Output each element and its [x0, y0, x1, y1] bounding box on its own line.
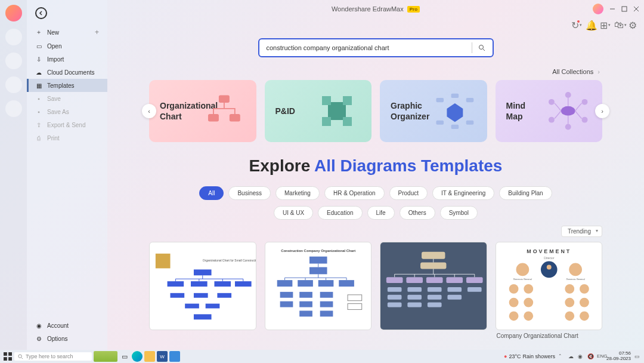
svg-rect-58 — [426, 277, 443, 283]
sidebar-item-label: Save As — [47, 109, 69, 115]
sort-dropdown[interactable]: Trending — [561, 226, 602, 237]
taskbar-word-icon[interactable]: W — [157, 351, 168, 362]
sidebar-item-cloud[interactable]: ☁ Cloud Documents — [27, 66, 107, 79]
template-card[interactable]: MOVEMENT Director Gerencia General Geren… — [496, 242, 603, 330]
svg-rect-30 — [235, 281, 252, 287]
sidebar-item-open[interactable]: ▭ Open — [27, 39, 107, 53]
pill-business[interactable]: Business — [228, 186, 271, 200]
svg-rect-59 — [446, 277, 463, 283]
strip-icon[interactable] — [5, 29, 22, 45]
taskbar-weather[interactable]: ● 23°C Rain showers — [504, 353, 555, 359]
svg-rect-94 — [8, 352, 12, 356]
svg-rect-51 — [320, 310, 333, 316]
settings-icon[interactable]: ⚙ — [628, 21, 636, 29]
search-icon[interactable] — [478, 44, 485, 51]
wifi-icon[interactable]: ◉ — [578, 353, 584, 359]
app-title: Wondershare EdrawMax — [332, 5, 404, 13]
chevron-up-icon[interactable]: ˄ — [559, 353, 565, 359]
explore-prefix: Explore — [249, 156, 311, 175]
print-icon: ⎙ — [35, 134, 42, 141]
pill-others[interactable]: Others — [400, 206, 435, 220]
strip-icon[interactable] — [5, 76, 22, 93]
svg-point-77 — [516, 263, 529, 276]
pill-hr-operation[interactable]: HR & Operation — [324, 186, 385, 200]
pill-ui-ux[interactable]: UI & UX — [274, 206, 313, 220]
svg-point-84 — [580, 284, 589, 294]
bell-icon[interactable]: 🔔 — [586, 21, 593, 29]
svg-rect-93 — [4, 352, 7, 356]
avatar[interactable] — [593, 4, 603, 14]
sidebar-item-import[interactable]: ⇩ Import — [27, 53, 107, 66]
svg-rect-55 — [420, 263, 446, 269]
carousel-card-label: Graphic Organizer — [391, 100, 434, 122]
minimize-icon[interactable] — [609, 6, 615, 12]
start-button[interactable] — [4, 352, 12, 361]
taskbar-taskview-icon[interactable]: ▭ — [119, 351, 130, 362]
sidebar-item-label: Print — [47, 135, 60, 141]
sidebar-item-templates[interactable]: ▦ Templates — [27, 79, 107, 92]
svg-rect-71 — [407, 303, 422, 307]
plus-icon: ＋ — [35, 29, 42, 36]
sidebar-item-new[interactable]: ＋ New + — [27, 25, 107, 39]
templates-icon: ▦ — [35, 82, 42, 89]
svg-rect-64 — [447, 287, 462, 292]
carousel-card-org-chart[interactable]: Organizational Chart — [149, 80, 256, 142]
pill-marketing[interactable]: Marketing — [275, 186, 320, 200]
svg-point-90 — [524, 311, 533, 321]
carousel-card-pid[interactable]: P&ID — [265, 80, 372, 142]
template-card[interactable]: Construction Company Organizational Char… — [265, 242, 372, 330]
pill-life[interactable]: Life — [367, 206, 395, 220]
svg-point-76 — [546, 265, 551, 270]
taskbar-clock[interactable]: 07:56 28-09-2023 — [606, 351, 631, 362]
taskbar-edge-icon[interactable] — [132, 351, 143, 362]
sidebar-item-account[interactable]: ◉ Account — [27, 319, 107, 332]
carousel-card-mind-map[interactable]: Mind Map — [496, 80, 603, 142]
template-card[interactable]: Organizational Chart for Small Construct… — [149, 242, 256, 330]
pill-education[interactable]: Education — [318, 206, 362, 220]
svg-rect-66 — [388, 295, 402, 300]
add-icon[interactable]: + — [95, 28, 99, 36]
pill-all[interactable]: All — [199, 186, 224, 200]
onedrive-icon[interactable]: ☁ — [568, 353, 574, 359]
svg-rect-43 — [339, 280, 354, 287]
taskbar-explorer-icon[interactable] — [144, 351, 155, 362]
explore-heading: Explore All Diagrams Templates — [149, 156, 602, 176]
taskbar-edrawmax-icon[interactable] — [169, 351, 180, 362]
sidebar-item-options[interactable]: ⚙ Options — [27, 332, 107, 345]
carousel-card-graphic-organizer[interactable]: Graphic Organizer — [380, 80, 487, 142]
maximize-icon[interactable] — [621, 6, 627, 12]
pill-product[interactable]: Product — [389, 186, 428, 200]
svg-rect-34 — [185, 304, 199, 309]
svg-point-89 — [509, 311, 518, 321]
apps-icon[interactable]: ⊞▾ — [600, 21, 607, 29]
taskbar-weather-widget[interactable] — [94, 351, 117, 362]
strip-icon[interactable] — [5, 53, 22, 69]
org-chart-icon — [203, 90, 246, 132]
language-icon[interactable]: ENG — [597, 353, 603, 359]
all-collections-link[interactable]: All Collections › — [149, 68, 602, 75]
pill-symbol[interactable]: Symbol — [440, 206, 478, 220]
strip-icon[interactable] — [5, 5, 22, 21]
taskbar-search[interactable]: Type here to search — [14, 352, 92, 361]
svg-rect-68 — [428, 295, 442, 300]
pill-it-engineering[interactable]: IT & Engineering — [432, 186, 494, 200]
sync-icon[interactable]: ↻▾ — [571, 21, 578, 29]
graphic-organizer-icon — [434, 90, 476, 132]
sidebar-item-label: Account — [47, 322, 69, 329]
search-input[interactable] — [267, 44, 466, 51]
carousel-prev-button[interactable]: ‹ — [142, 104, 156, 118]
volume-icon[interactable]: 🔇 — [587, 353, 593, 359]
sidebar: ＋ New + ▭ Open ⇩ Import ☁ Cloud Document… — [27, 0, 107, 350]
back-button[interactable] — [35, 7, 47, 19]
notifications-icon[interactable]: ▭ — [634, 353, 640, 359]
svg-marker-10 — [447, 103, 463, 122]
svg-rect-40 — [277, 280, 292, 287]
strip-icon[interactable] — [5, 100, 22, 117]
cart-icon[interactable]: 🛍▾ — [614, 21, 621, 29]
export-icon: ⇪ — [35, 121, 42, 128]
close-icon[interactable] — [633, 6, 639, 12]
template-card[interactable] — [380, 242, 487, 330]
carousel-next-button[interactable]: › — [595, 104, 609, 118]
save-icon: ▪ — [35, 95, 42, 102]
pill-building-plan[interactable]: Building Plan — [499, 186, 552, 200]
